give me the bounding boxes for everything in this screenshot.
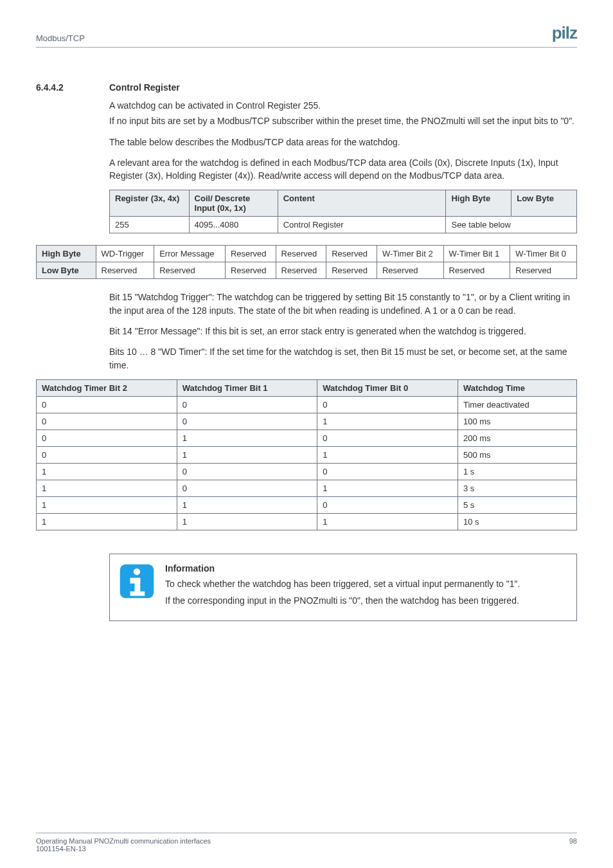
table-row: 011500 ms [37,446,577,463]
hb-cell-7: W-Timer Bit 0 [510,246,577,262]
cell-see-below: See table below [446,217,577,233]
wt-cell: 1 [37,463,177,480]
wt-cell: 1 [37,496,177,513]
brand-logo: pilz [552,23,577,43]
wt-th-1: Watchdog Timer Bit 1 [177,379,317,396]
wt-th-3: Watchdog Time [458,379,576,396]
wt-cell: 5 s [458,496,576,513]
wt-cell: 500 ms [458,446,576,463]
wt-th-0: Watchdog Timer Bit 2 [37,379,177,396]
th-highbyte: High Byte [446,190,511,217]
table-row: 1013 s [37,480,577,496]
lb-cell-2: Reserved [225,262,276,279]
table-row: 1105 s [37,496,577,513]
lb-cell-6: Reserved [443,262,510,279]
wt-cell: 1 [317,480,458,496]
wt-cell: 1 [317,446,458,463]
wt-cell: 1 [37,480,177,496]
rowhead-highbyte: High Byte [37,246,96,262]
paragraph-intro-a: A watchdog can be activated in Control R… [109,99,577,112]
wt-cell: 0 [317,429,458,446]
info-text-block: Information To check whether the watchdo… [165,563,520,611]
high-byte-row: High Byte WD-Trigger Error Message Reser… [37,246,577,262]
th-coil: Coil/ Descrete Input (0x, 1x) [189,190,278,217]
wt-cell: 1 [177,446,317,463]
hb-cell-6: W-Timer Bit 1 [443,246,510,262]
byte-layout-table: High Byte WD-Trigger Error Message Reser… [36,245,577,279]
table-row: 010200 ms [37,429,577,446]
lb-cell-3: Reserved [276,262,326,279]
bit10-8-description: Bits 10 … 8 "WD Timer": If the set time … [109,345,577,372]
wt-cell: 0 [37,446,177,463]
wt-cell: 0 [177,463,317,480]
wt-cell: Timer deactivated [458,396,576,413]
paragraph-intro-b: If no input bits are set by a Modbus/TCP… [109,114,577,127]
wt-cell: 100 ms [458,413,576,429]
lb-cell-1: Reserved [154,262,226,279]
footer-doc-id: 1001154-EN-13 [36,845,211,853]
register-table: Register (3x, 4x) Coil/ Descrete Input (… [109,190,577,233]
wt-cell: 0 [37,413,177,429]
lb-cell-0: Reserved [96,262,154,279]
wt-cell: 3 s [458,480,576,496]
paragraph-table-intro: The table below describes the Modbus/TCP… [109,136,577,149]
paragraph-area-desc: A relevant area for the watchdog is defi… [109,156,577,183]
info-line-2: If the corresponding input in the PNOZmu… [165,594,520,607]
wt-cell: 0 [177,480,317,496]
wt-cell: 1 [37,513,177,530]
cell-content: Control Register [278,217,446,233]
wt-cell: 10 s [458,513,576,530]
bit15-description: Bit 15 "Watchdog Trigger": The watchdog … [109,291,577,317]
footer-manual-title: Operating Manual PNOZmulti communication… [36,837,211,845]
section-heading: 6.4.4.2 Control Register [36,82,577,93]
wt-cell: 1 [317,413,458,429]
wt-cell: 200 ms [458,429,576,446]
low-byte-row: Low Byte Reserved Reserved Reserved Rese… [37,262,577,279]
svg-point-1 [134,568,141,575]
wt-cell: 0 [177,413,317,429]
th-lowbyte: Low Byte [511,190,577,217]
wt-cell: 1 [317,513,458,530]
info-line-1: To check whether the watchdog has been t… [165,577,520,590]
hb-cell-3: Reserved [276,246,326,262]
cell-coil: 4095...4080 [189,217,278,233]
table-row: 1001 s [37,463,577,480]
top-bar: Modbus/TCP pilz [36,23,577,48]
wt-cell: 0 [37,429,177,446]
wt-cell: 0 [317,396,458,413]
page-footer: Operating Manual PNOZmulti communication… [36,833,577,853]
cell-register: 255 [110,217,190,233]
watchdog-timer-table: Watchdog Timer Bit 2 Watchdog Timer Bit … [36,379,577,530]
wt-cell: 0 [317,496,458,513]
hb-cell-5: W-Timer Bit 2 [377,246,443,262]
lb-cell-5: Reserved [377,262,443,279]
table-row: 000Timer deactivated [37,396,577,413]
table-row: 11110 s [37,513,577,530]
wt-cell: 1 [177,429,317,446]
wt-cell: 0 [317,463,458,480]
wt-cell: 0 [177,396,317,413]
svg-rect-4 [130,592,145,596]
information-callout: Information To check whether the watchdo… [109,554,577,621]
bit14-description: Bit 14 "Error Message": If this bit is s… [109,325,577,338]
hb-cell-0: WD-Trigger [96,246,154,262]
heading-number: 6.4.4.2 [36,82,109,93]
rowhead-lowbyte: Low Byte [37,262,96,279]
footer-left: Operating Manual PNOZmulti communication… [36,837,211,853]
wt-cell: 1 s [458,463,576,480]
page-number: 98 [569,837,577,853]
lb-cell-4: Reserved [326,262,377,279]
table-row: 255 4095...4080 Control Register See tab… [110,217,577,233]
wt-cell: 1 [177,496,317,513]
table-row: 001100 ms [37,413,577,429]
heading-title: Control Register [109,82,180,93]
lb-cell-7: Reserved [510,262,577,279]
hb-cell-1: Error Message [154,246,226,262]
th-content: Content [278,190,446,217]
th-register: Register (3x, 4x) [110,190,190,217]
doc-section-label: Modbus/TCP [36,33,85,43]
hb-cell-4: Reserved [326,246,377,262]
wt-th-2: Watchdog Timer Bit 0 [317,379,458,396]
info-icon [119,563,155,599]
wt-cell: 1 [177,513,317,530]
